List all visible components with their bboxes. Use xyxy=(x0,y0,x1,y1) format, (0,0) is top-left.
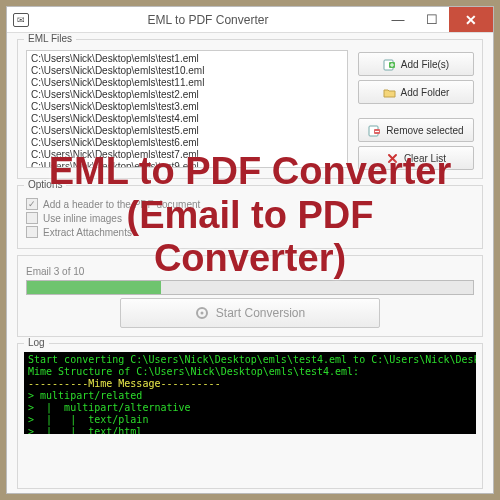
file-list-item[interactable]: C:\Users\Nick\Desktop\emls\test1.eml xyxy=(31,53,343,65)
window-buttons: — ☐ ✕ xyxy=(381,7,493,32)
file-list[interactable]: C:\Users\Nick\Desktop\emls\test1.emlC:\U… xyxy=(26,50,348,168)
log-group-label: Log xyxy=(24,337,49,348)
file-list-item[interactable]: C:\Users\Nick\Desktop\emls\test7.eml xyxy=(31,149,343,161)
file-list-item[interactable]: C:\Users\Nick\Desktop\emls\test9.eml xyxy=(31,161,343,168)
svg-point-5 xyxy=(200,312,203,315)
start-conversion-label: Start Conversion xyxy=(216,306,305,320)
remove-selected-label: Remove selected xyxy=(386,125,463,136)
start-conversion-button[interactable]: Start Conversion xyxy=(120,298,380,328)
clear-list-label: Clear List xyxy=(404,153,446,164)
file-list-item[interactable]: C:\Users\Nick\Desktop\emls\test4.eml xyxy=(31,113,343,125)
add-folder-icon xyxy=(383,86,396,99)
clear-list-button[interactable]: Clear List xyxy=(358,146,474,170)
progress-label: Email 3 of 10 xyxy=(26,266,474,277)
add-folder-button[interactable]: Add Folder xyxy=(358,80,474,104)
option-inline-images[interactable]: Use inline images xyxy=(26,212,474,224)
file-list-item[interactable]: C:\Users\Nick\Desktop\emls\test6.eml xyxy=(31,137,343,149)
progress-bar xyxy=(26,280,474,295)
window-title: EML to PDF Converter xyxy=(35,13,381,27)
file-list-item[interactable]: C:\Users\Nick\Desktop\emls\test3.eml xyxy=(31,101,343,113)
files-group-label: EML Files xyxy=(24,33,76,44)
add-files-label: Add File(s) xyxy=(401,59,449,70)
checkbox-icon xyxy=(26,212,38,224)
progress-group: Email 3 of 10 Start Conversion xyxy=(17,255,483,337)
app-window: ✉ EML to PDF Converter — ☐ ✕ EML Files C… xyxy=(6,6,494,494)
option-label: Extract Attachments xyxy=(43,227,132,238)
remove-selected-button[interactable]: Remove selected xyxy=(358,118,474,142)
log-group: Log Start converting C:\Users\Nick\Deskt… xyxy=(17,343,483,489)
log-line: Start converting C:\Users\Nick\Desktop\e… xyxy=(28,354,472,366)
log-line: Mime Structure of C:\Users\Nick\Desktop\… xyxy=(28,366,472,378)
minimize-button[interactable]: — xyxy=(381,7,415,32)
add-files-button[interactable]: Add File(s) xyxy=(358,52,474,76)
option-extract-attachments[interactable]: Extract Attachments xyxy=(26,226,474,238)
log-line: > | | text/html xyxy=(28,426,472,434)
log-line: ----------Mime Message---------- xyxy=(28,378,472,390)
progress-fill xyxy=(27,281,161,294)
checkbox-icon: ✓ xyxy=(26,198,38,210)
file-list-item[interactable]: C:\Users\Nick\Desktop\emls\test11.eml xyxy=(31,77,343,89)
gear-icon xyxy=(195,307,208,320)
titlebar: ✉ EML to PDF Converter — ☐ ✕ xyxy=(7,7,493,33)
file-list-item[interactable]: C:\Users\Nick\Desktop\emls\test2.eml xyxy=(31,89,343,101)
close-button[interactable]: ✕ xyxy=(449,7,493,32)
file-list-item[interactable]: C:\Users\Nick\Desktop\emls\test10.eml xyxy=(31,65,343,77)
clear-icon xyxy=(386,152,399,165)
log-line: > | | text/plain xyxy=(28,414,472,426)
options-group: Options ✓ Add a header to the PDF docume… xyxy=(17,185,483,249)
remove-icon xyxy=(368,124,381,137)
app-icon: ✉ xyxy=(13,13,29,27)
add-folder-label: Add Folder xyxy=(401,87,450,98)
content-area: EML Files C:\Users\Nick\Desktop\emls\tes… xyxy=(7,33,493,493)
option-label: Use inline images xyxy=(43,213,122,224)
log-output[interactable]: Start converting C:\Users\Nick\Desktop\e… xyxy=(24,352,476,434)
options-group-label: Options xyxy=(24,179,66,190)
log-line: > multipart/related xyxy=(28,390,472,402)
file-list-item[interactable]: C:\Users\Nick\Desktop\emls\test5.eml xyxy=(31,125,343,137)
option-label: Add a header to the PDF document xyxy=(43,199,200,210)
maximize-button[interactable]: ☐ xyxy=(415,7,449,32)
file-buttons-column: Add File(s) Add Folder Remove selected C… xyxy=(358,50,474,170)
add-files-icon xyxy=(383,58,396,71)
log-line: > | multipart/alternative xyxy=(28,402,472,414)
files-group: EML Files C:\Users\Nick\Desktop\emls\tes… xyxy=(17,39,483,179)
option-add-header[interactable]: ✓ Add a header to the PDF document xyxy=(26,198,474,210)
checkbox-icon xyxy=(26,226,38,238)
